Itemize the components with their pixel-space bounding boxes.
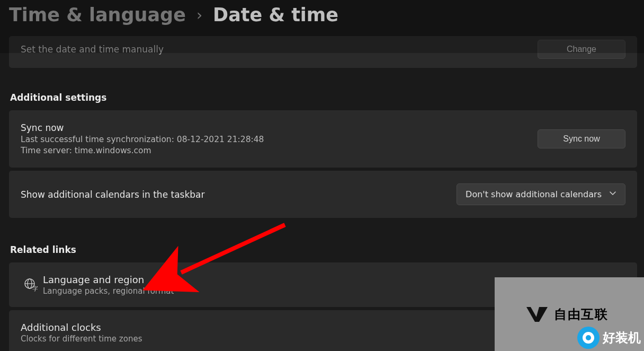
sync-now-title: Sync now [21, 122, 264, 133]
additional-settings-heading: Additional settings [10, 92, 635, 103]
additional-calendars-label: Show additional calendars in the taskbar [21, 189, 204, 200]
breadcrumb: Time & language › Date & time [9, 0, 635, 36]
language-region-icon: 字 [19, 278, 43, 292]
breadcrumb-parent[interactable]: Time & language [9, 4, 186, 25]
chevron-right-icon: › [196, 6, 202, 24]
related-links-heading: Related links [10, 244, 635, 255]
watermark-2-text: 好装机 [603, 329, 641, 346]
svg-text:字: 字 [32, 285, 38, 292]
additional-calendars-dropdown[interactable]: Don't show additional calendars [457, 183, 625, 205]
breadcrumb-current: Date & time [213, 4, 338, 25]
set-date-time-manually-label: Set the date and time manually [21, 44, 164, 55]
additional-calendars-card: Show additional calendars in the taskbar… [9, 171, 637, 218]
sync-now-button[interactable]: Sync now [538, 129, 625, 148]
additional-calendars-value: Don't show additional calendars [466, 189, 602, 199]
watermark-1-text: 自由互联 [554, 306, 608, 323]
watermark-2-icon [577, 327, 600, 349]
change-button[interactable]: Change [538, 40, 625, 59]
watermark-x-icon [525, 305, 549, 324]
watermark-2: 好装机 [577, 327, 641, 349]
chevron-down-icon [609, 190, 616, 199]
sync-time-server: Time server: time.windows.com [21, 146, 264, 155]
set-date-time-manually-row: Set the date and time manually Change [9, 36, 637, 68]
sync-now-card: Sync now Last successful time synchroniz… [9, 110, 637, 168]
sync-last-success: Last successful time synchronization: 08… [21, 135, 264, 144]
